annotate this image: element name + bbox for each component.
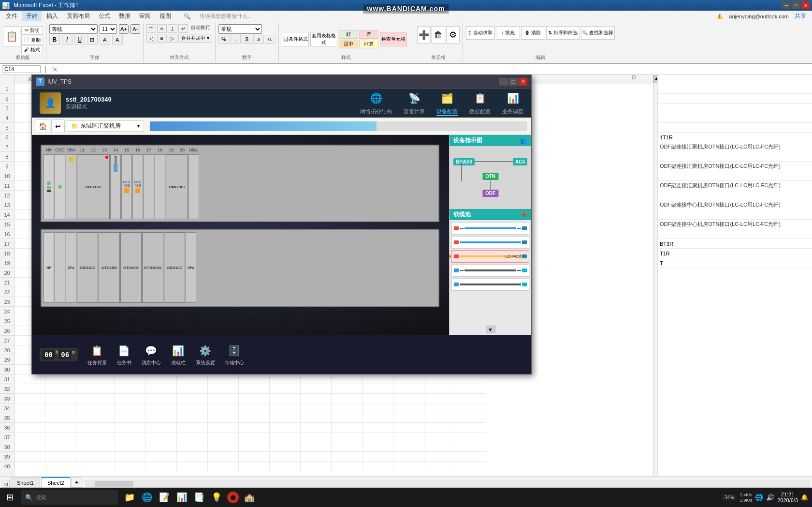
percent-button[interactable]: %: [218, 35, 229, 44]
center-align-button[interactable]: ≡: [157, 34, 167, 43]
cell-38-3[interactable]: [115, 442, 146, 452]
cell-40-0[interactable]: [14, 462, 45, 471]
cell-34-12[interactable]: [393, 403, 424, 413]
nav-data[interactable]: 📋 数据配置: [469, 89, 491, 116]
tray-network-icon[interactable]: 🌐: [755, 493, 763, 501]
nav-topology[interactable]: 🌐 网络拓扑结构: [360, 89, 392, 116]
cell-32-14[interactable]: [455, 384, 486, 394]
sheet-tab-2[interactable]: Sheet2: [41, 477, 71, 488]
cell-34-4[interactable]: [146, 403, 177, 413]
cell-33-6[interactable]: [208, 394, 239, 403]
cell-40-3[interactable]: [115, 462, 146, 471]
cell-36-8[interactable]: [270, 423, 301, 432]
cell-33-1[interactable]: [45, 394, 76, 403]
cell-40-2[interactable]: [76, 462, 115, 471]
iuv-minimize-button[interactable]: ─: [499, 78, 508, 86]
cell-39-4[interactable]: [146, 452, 177, 462]
iuv-maximize-button[interactable]: □: [509, 78, 518, 86]
font-select[interactable]: 等线: [49, 24, 98, 34]
check-style-button[interactable]: 检查单元格: [380, 32, 407, 46]
cell-37-13[interactable]: [424, 432, 455, 442]
insert-button[interactable]: ➕: [417, 26, 431, 44]
cell-34-2[interactable]: [76, 403, 115, 413]
cell-36-9[interactable]: [301, 423, 332, 432]
font-color-button[interactable]: A: [112, 35, 123, 45]
cell-37-4[interactable]: [146, 432, 177, 442]
find-button[interactable]: 🔍 查找和选择: [581, 26, 615, 40]
card-np[interactable]: [44, 154, 54, 219]
cell-32-3[interactable]: [115, 384, 146, 394]
sheet-tab-1[interactable]: Sheet1: [11, 477, 40, 488]
cell-35-9[interactable]: [301, 413, 332, 423]
autosum-button[interactable]: ∑ 自动求和: [466, 26, 495, 40]
sort-button[interactable]: ⇅ 排序和筛选: [546, 26, 580, 40]
close-button[interactable]: ✕: [801, 1, 810, 9]
cell-37-3[interactable]: [115, 432, 146, 442]
style-bad[interactable]: 差: [359, 30, 378, 39]
cell-38-7[interactable]: [239, 442, 270, 452]
cell-37-8[interactable]: [270, 432, 301, 442]
minimize-button[interactable]: ─: [782, 1, 791, 9]
bottom-task-book[interactable]: 📄 任务书: [116, 343, 132, 366]
cell-37-10[interactable]: [332, 432, 362, 442]
fill-button[interactable]: ↓ 填充: [496, 26, 520, 40]
cell-37-0[interactable]: [14, 432, 45, 442]
taskbar-app1[interactable]: 💡: [208, 488, 225, 507]
cell-39-10[interactable]: [332, 452, 362, 462]
cell-38-9[interactable]: [301, 442, 332, 452]
align-bottom-button[interactable]: ⊥: [168, 24, 177, 33]
cell-35-14[interactable]: [455, 413, 486, 423]
cell-38-14[interactable]: [455, 442, 486, 452]
bottom-card-odu10c2[interactable]: ODU10C: [164, 232, 185, 303]
cable-item-5[interactable]: [451, 278, 529, 291]
cell-36-12[interactable]: [393, 423, 424, 432]
cell-31-9[interactable]: [301, 374, 332, 384]
cell-34-6[interactable]: [208, 403, 239, 413]
taskbar-iuv[interactable]: 🏫: [241, 488, 258, 507]
cell-33-10[interactable]: [332, 394, 362, 403]
cell-34-0[interactable]: [14, 403, 45, 413]
home-toolbar-button[interactable]: 🏠: [36, 119, 49, 133]
taskbar-browser[interactable]: 🌐: [138, 488, 156, 507]
cell-40-4[interactable]: [146, 462, 177, 471]
card-16[interactable]: OTU40G: [132, 154, 143, 219]
cable-item-2[interactable]: [451, 236, 529, 249]
cell-39-3[interactable]: [115, 452, 146, 462]
cell-33-2[interactable]: [76, 394, 115, 403]
cell-37-9[interactable]: [301, 432, 332, 442]
bottom-card-np[interactable]: NP: [44, 232, 54, 303]
cell-38-2[interactable]: [76, 442, 115, 452]
taskbar-rec-button[interactable]: ⏺: [227, 492, 239, 503]
bottom-card-opa1[interactable]: OPA: [66, 232, 76, 303]
nav-equipment[interactable]: 🗂️ 设备配置: [436, 89, 458, 116]
cell-38-4[interactable]: [146, 442, 177, 452]
cell-37-5[interactable]: [177, 432, 208, 442]
conditional-format-button[interactable]: 📊条件格式: [282, 32, 309, 46]
cell-40-11[interactable]: [362, 462, 393, 471]
cell-35-10[interactable]: [332, 413, 362, 423]
maximize-button[interactable]: □: [792, 1, 800, 9]
cell-36-4[interactable]: [146, 423, 177, 432]
decimal-dec[interactable]: 0.: [265, 35, 276, 44]
cell-39-5[interactable]: [177, 452, 208, 462]
cell-35-12[interactable]: [393, 413, 424, 423]
clock-widget[interactable]: 21:21 2020/6/3: [777, 492, 798, 503]
cell-39-2[interactable]: [76, 452, 115, 462]
horizontal-scrollbar[interactable]: [85, 480, 810, 488]
format-copy-button[interactable]: 🖌 格式: [21, 45, 43, 54]
cell-34-5[interactable]: [177, 403, 208, 413]
share-button[interactable]: 共享: [795, 12, 806, 20]
bottom-task-bg[interactable]: 📋 任务背景: [87, 343, 107, 366]
bottom-card-empty[interactable]: [55, 232, 65, 303]
cell-38-10[interactable]: [332, 442, 362, 452]
bottom-card-opa2[interactable]: OPA: [186, 232, 196, 303]
location-dropdown-icon[interactable]: ▾: [137, 123, 140, 129]
cell-33-14[interactable]: [455, 394, 486, 403]
card-15[interactable]: OTU40G: [121, 154, 132, 219]
cell-33-8[interactable]: [270, 394, 301, 403]
cable-scroll-down-button[interactable]: ▼: [486, 326, 495, 333]
cell-40-10[interactable]: [332, 462, 362, 471]
cell-36-7[interactable]: [239, 423, 270, 432]
card-17[interactable]: [144, 154, 154, 219]
card-osc[interactable]: [55, 154, 65, 219]
